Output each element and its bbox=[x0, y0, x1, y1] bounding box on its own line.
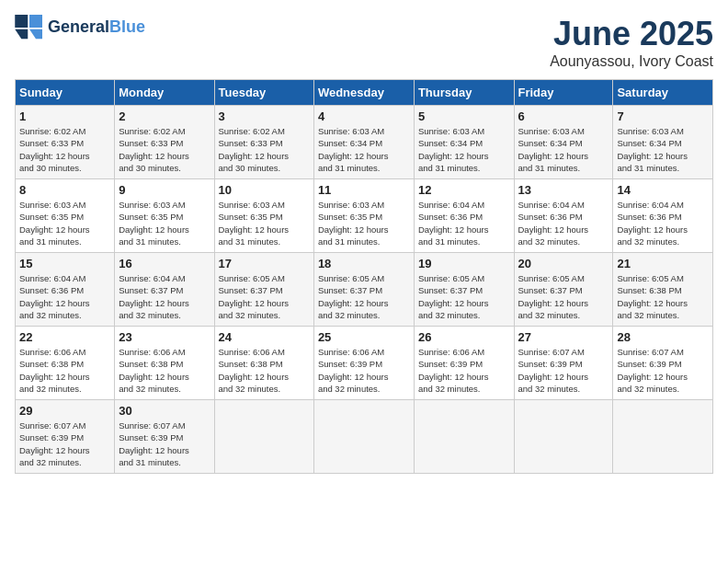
day-info: Sunrise: 6:03 AM Sunset: 6:35 PM Dayligh… bbox=[119, 199, 210, 247]
day-number: 20 bbox=[518, 257, 609, 270]
day-cell: 22Sunrise: 6:06 AM Sunset: 6:38 PM Dayli… bbox=[16, 327, 115, 400]
calendar-body: 1Sunrise: 6:02 AM Sunset: 6:33 PM Daylig… bbox=[16, 106, 713, 474]
day-number: 23 bbox=[119, 330, 210, 344]
day-cell: 3Sunrise: 6:02 AM Sunset: 6:33 PM Daylig… bbox=[214, 106, 313, 179]
day-header-thursday: Thursday bbox=[414, 80, 514, 106]
day-info: Sunrise: 6:04 AM Sunset: 6:36 PM Dayligh… bbox=[418, 199, 510, 247]
day-number: 21 bbox=[617, 257, 709, 270]
day-cell: 28Sunrise: 6:07 AM Sunset: 6:39 PM Dayli… bbox=[613, 327, 713, 400]
day-header-monday: Monday bbox=[115, 80, 214, 106]
day-cell: 10Sunrise: 6:03 AM Sunset: 6:35 PM Dayli… bbox=[214, 179, 313, 253]
day-info: Sunrise: 6:07 AM Sunset: 6:39 PM Dayligh… bbox=[617, 346, 709, 395]
day-cell: 29Sunrise: 6:07 AM Sunset: 6:39 PM Dayli… bbox=[16, 400, 115, 474]
day-number: 18 bbox=[318, 257, 410, 270]
day-header-saturday: Saturday bbox=[613, 80, 713, 106]
day-number: 27 bbox=[518, 330, 609, 344]
day-cell: 16Sunrise: 6:04 AM Sunset: 6:37 PM Dayli… bbox=[115, 253, 214, 327]
day-number: 9 bbox=[119, 183, 210, 197]
day-cell: 18Sunrise: 6:05 AM Sunset: 6:37 PM Dayli… bbox=[313, 253, 414, 327]
day-info: Sunrise: 6:05 AM Sunset: 6:37 PM Dayligh… bbox=[518, 272, 609, 321]
day-cell: 20Sunrise: 6:05 AM Sunset: 6:37 PM Dayli… bbox=[514, 253, 613, 327]
day-info: Sunrise: 6:07 AM Sunset: 6:39 PM Dayligh… bbox=[119, 419, 210, 468]
day-info: Sunrise: 6:06 AM Sunset: 6:38 PM Dayligh… bbox=[19, 346, 110, 395]
day-info: Sunrise: 6:03 AM Sunset: 6:34 PM Dayligh… bbox=[418, 125, 510, 174]
day-number: 22 bbox=[19, 330, 110, 344]
day-number: 5 bbox=[418, 109, 510, 123]
day-number: 4 bbox=[318, 109, 410, 123]
day-number: 13 bbox=[518, 183, 609, 197]
day-info: Sunrise: 6:04 AM Sunset: 6:36 PM Dayligh… bbox=[19, 272, 110, 321]
day-info: Sunrise: 6:06 AM Sunset: 6:38 PM Dayligh… bbox=[219, 346, 310, 395]
day-info: Sunrise: 6:05 AM Sunset: 6:37 PM Dayligh… bbox=[219, 272, 310, 321]
day-cell: 14Sunrise: 6:04 AM Sunset: 6:36 PM Dayli… bbox=[613, 179, 713, 253]
day-number: 2 bbox=[119, 109, 210, 123]
day-info: Sunrise: 6:04 AM Sunset: 6:36 PM Dayligh… bbox=[518, 199, 609, 247]
day-info: Sunrise: 6:04 AM Sunset: 6:36 PM Dayligh… bbox=[617, 199, 709, 247]
day-cell bbox=[613, 400, 713, 474]
day-number: 8 bbox=[19, 183, 110, 197]
day-number: 16 bbox=[119, 257, 210, 270]
day-info: Sunrise: 6:02 AM Sunset: 6:33 PM Dayligh… bbox=[119, 125, 210, 174]
day-number: 19 bbox=[418, 257, 510, 270]
svg-rect-1 bbox=[29, 15, 42, 28]
day-cell: 12Sunrise: 6:04 AM Sunset: 6:36 PM Dayli… bbox=[414, 179, 514, 253]
day-cell: 27Sunrise: 6:07 AM Sunset: 6:39 PM Dayli… bbox=[514, 327, 613, 400]
day-info: Sunrise: 6:07 AM Sunset: 6:39 PM Dayligh… bbox=[19, 419, 110, 468]
day-cell: 17Sunrise: 6:05 AM Sunset: 6:37 PM Dayli… bbox=[214, 253, 313, 327]
day-info: Sunrise: 6:03 AM Sunset: 6:35 PM Dayligh… bbox=[318, 199, 410, 247]
day-info: Sunrise: 6:03 AM Sunset: 6:34 PM Dayligh… bbox=[318, 125, 410, 174]
week-row-1: 1Sunrise: 6:02 AM Sunset: 6:33 PM Daylig… bbox=[16, 106, 713, 179]
day-number: 29 bbox=[19, 404, 110, 418]
day-cell: 8Sunrise: 6:03 AM Sunset: 6:35 PM Daylig… bbox=[16, 179, 115, 253]
day-cell: 21Sunrise: 6:05 AM Sunset: 6:38 PM Dayli… bbox=[613, 253, 713, 327]
day-number: 3 bbox=[219, 109, 310, 123]
logo-icon bbox=[15, 15, 44, 40]
day-info: Sunrise: 6:04 AM Sunset: 6:37 PM Dayligh… bbox=[119, 272, 210, 321]
month-title: June 2025 bbox=[550, 15, 713, 53]
week-row-4: 22Sunrise: 6:06 AM Sunset: 6:38 PM Dayli… bbox=[16, 327, 713, 400]
day-cell: 1Sunrise: 6:02 AM Sunset: 6:33 PM Daylig… bbox=[16, 106, 115, 179]
svg-rect-0 bbox=[15, 15, 28, 28]
svg-marker-3 bbox=[29, 29, 42, 40]
day-cell: 7Sunrise: 6:03 AM Sunset: 6:34 PM Daylig… bbox=[613, 106, 713, 179]
day-info: Sunrise: 6:07 AM Sunset: 6:39 PM Dayligh… bbox=[518, 346, 609, 395]
day-cell: 6Sunrise: 6:03 AM Sunset: 6:34 PM Daylig… bbox=[514, 106, 613, 179]
day-number: 24 bbox=[219, 330, 310, 344]
week-row-5: 29Sunrise: 6:07 AM Sunset: 6:39 PM Dayli… bbox=[16, 400, 713, 474]
day-cell bbox=[313, 400, 414, 474]
day-number: 14 bbox=[617, 183, 709, 197]
day-number: 1 bbox=[19, 109, 110, 123]
day-cell bbox=[514, 400, 613, 474]
week-row-2: 8Sunrise: 6:03 AM Sunset: 6:35 PM Daylig… bbox=[16, 179, 713, 253]
day-cell: 15Sunrise: 6:04 AM Sunset: 6:36 PM Dayli… bbox=[16, 253, 115, 327]
location-title: Aounyassou, Ivory Coast bbox=[550, 53, 713, 70]
day-cell: 2Sunrise: 6:02 AM Sunset: 6:33 PM Daylig… bbox=[115, 106, 214, 179]
day-cell: 9Sunrise: 6:03 AM Sunset: 6:35 PM Daylig… bbox=[115, 179, 214, 253]
svg-marker-2 bbox=[15, 29, 28, 40]
day-number: 12 bbox=[418, 183, 510, 197]
day-number: 30 bbox=[119, 404, 210, 418]
day-cell: 24Sunrise: 6:06 AM Sunset: 6:38 PM Dayli… bbox=[214, 327, 313, 400]
day-header-sunday: Sunday bbox=[16, 80, 115, 106]
day-cell: 5Sunrise: 6:03 AM Sunset: 6:34 PM Daylig… bbox=[414, 106, 514, 179]
day-header-friday: Friday bbox=[514, 80, 613, 106]
day-cell: 4Sunrise: 6:03 AM Sunset: 6:34 PM Daylig… bbox=[313, 106, 414, 179]
day-info: Sunrise: 6:03 AM Sunset: 6:35 PM Dayligh… bbox=[219, 199, 310, 247]
day-number: 11 bbox=[318, 183, 410, 197]
day-cell: 23Sunrise: 6:06 AM Sunset: 6:38 PM Dayli… bbox=[115, 327, 214, 400]
day-header-wednesday: Wednesday bbox=[313, 80, 414, 106]
title-area: June 2025 Aounyassou, Ivory Coast bbox=[550, 15, 713, 70]
logo-text: GeneralBlue bbox=[48, 18, 145, 37]
day-number: 25 bbox=[318, 330, 410, 344]
days-header-row: SundayMondayTuesdayWednesdayThursdayFrid… bbox=[16, 80, 713, 106]
day-info: Sunrise: 6:05 AM Sunset: 6:37 PM Dayligh… bbox=[418, 272, 510, 321]
day-number: 26 bbox=[418, 330, 510, 344]
day-cell: 11Sunrise: 6:03 AM Sunset: 6:35 PM Dayli… bbox=[313, 179, 414, 253]
day-cell: 19Sunrise: 6:05 AM Sunset: 6:37 PM Dayli… bbox=[414, 253, 514, 327]
day-info: Sunrise: 6:06 AM Sunset: 6:39 PM Dayligh… bbox=[318, 346, 410, 395]
page-header: GeneralBlue June 2025 Aounyassou, Ivory … bbox=[15, 15, 713, 70]
day-header-tuesday: Tuesday bbox=[214, 80, 313, 106]
day-info: Sunrise: 6:05 AM Sunset: 6:37 PM Dayligh… bbox=[318, 272, 410, 321]
day-info: Sunrise: 6:03 AM Sunset: 6:34 PM Dayligh… bbox=[617, 125, 709, 174]
day-cell: 25Sunrise: 6:06 AM Sunset: 6:39 PM Dayli… bbox=[313, 327, 414, 400]
